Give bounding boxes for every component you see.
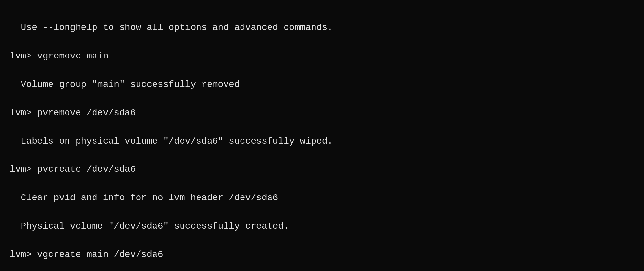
terminal-line-1: lvm> vgremove main [10, 49, 634, 63]
terminal-line-5: lvm> pvcreate /dev/sda6 [10, 162, 634, 176]
terminal-window[interactable]: Use --longhelp to show all options and a… [0, 0, 644, 271]
terminal-line-7: Physical volume "/dev/sda6" successfully… [10, 219, 634, 233]
terminal-line-8: lvm> vgcreate main /dev/sda6 [10, 247, 634, 262]
terminal-line-2: Volume group "main" successfully removed [10, 77, 634, 91]
terminal-line-4: Labels on physical volume "/dev/sda6" su… [10, 134, 634, 148]
terminal-line-0: Use --longhelp to show all options and a… [10, 21, 634, 35]
terminal-line-3: lvm> pvremove /dev/sda6 [10, 106, 634, 120]
terminal-line-6: Clear pvid and info for no lvm header /d… [10, 191, 634, 205]
